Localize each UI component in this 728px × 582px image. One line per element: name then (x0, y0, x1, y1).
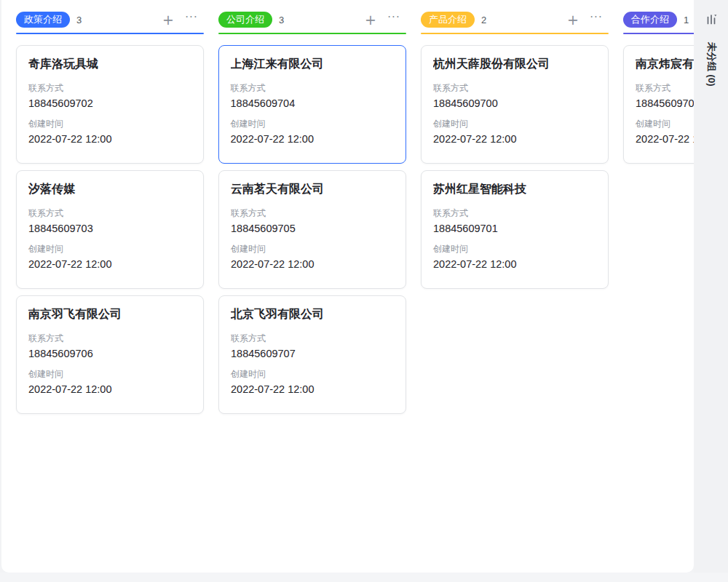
column-accent-line (421, 33, 609, 34)
field-label-contact: 联系方式 (28, 332, 191, 345)
field-value-contact: 18845609702 (28, 97, 191, 109)
card-title: 汐落传媒 (28, 182, 191, 197)
record-card[interactable]: 杭州天薛股份有限公司联系方式18845609700创建时间2022-07-22 … (421, 45, 609, 164)
record-card[interactable]: 苏州红星智能科技联系方式18845609701创建时间2022-07-22 12… (421, 170, 609, 289)
field-label-created: 创建时间 (433, 118, 596, 130)
group-bars-icon (705, 13, 718, 26)
kanban-column: 合作介绍1+···南京炜宸有限公司联系方式18845609708创建时间2022… (623, 10, 694, 420)
field-label-contact: 联系方式 (433, 207, 596, 220)
card-title: 杭州天薛股份有限公司 (433, 57, 596, 72)
field-value-created: 2022-07-22 12:00 (28, 383, 191, 395)
field-value-created: 2022-07-22 12:00 (636, 133, 694, 145)
field-value-contact: 18845609703 (28, 223, 191, 234)
record-card[interactable]: 上海江来有限公司联系方式18845609704创建时间2022-07-22 12… (218, 45, 406, 164)
record-card[interactable]: 奇库洛玩具城联系方式18845609702创建时间2022-07-22 12:0… (16, 45, 204, 164)
field-value-contact: 18845609707 (231, 348, 394, 359)
record-card[interactable]: 南京炜宸有限公司联系方式18845609708创建时间2022-07-22 12… (623, 45, 694, 164)
field-label-created: 创建时间 (231, 118, 395, 130)
column-header: 公司介绍3+··· (218, 10, 406, 29)
group-badge[interactable]: 公司介绍 (218, 12, 272, 28)
card-title: 苏州红星智能科技 (433, 182, 596, 197)
field-label-created: 创建时间 (636, 118, 694, 130)
field-label-created: 创建时间 (433, 243, 596, 255)
field-label-contact: 联系方式 (231, 332, 394, 345)
field-label-contact: 联系方式 (231, 82, 395, 95)
kanban-board: 政策介绍3+···奇库洛玩具城联系方式18845609702创建时间2022-0… (16, 10, 694, 420)
field-value-created: 2022-07-22 12:00 (433, 133, 596, 145)
card-title: 南京炜宸有限公司 (636, 57, 694, 72)
add-record-button[interactable]: + (363, 12, 379, 28)
kanban-column: 产品介绍2+···杭州天薛股份有限公司联系方式18845609700创建时间20… (421, 10, 609, 420)
field-value-contact: 18845609700 (433, 97, 596, 109)
record-card[interactable]: 北京飞羽有限公司联系方式18845609707创建时间2022-07-22 12… (218, 295, 406, 414)
add-record-button[interactable]: + (565, 12, 581, 28)
kanban-column: 政策介绍3+···奇库洛玩具城联系方式18845609702创建时间2022-0… (16, 10, 204, 420)
card-title: 云南茗天有限公司 (231, 182, 394, 197)
record-card[interactable]: 云南茗天有限公司联系方式18845609705创建时间2022-07-22 12… (218, 170, 406, 289)
kanban-column: 公司介绍3+···上海江来有限公司联系方式18845609704创建时间2022… (218, 10, 406, 420)
column-header-actions: +··· (160, 12, 199, 28)
card-title: 上海江来有限公司 (231, 57, 395, 72)
field-value-created: 2022-07-22 12:00 (28, 258, 191, 270)
field-value-created: 2022-07-22 12:00 (231, 383, 394, 395)
more-options-button[interactable]: ··· (588, 12, 604, 28)
kanban-panel: 政策介绍3+···奇库洛玩具城联系方式18845609702创建时间2022-0… (1, 0, 694, 573)
field-value-created: 2022-07-22 12:00 (28, 133, 191, 145)
column-accent-line (623, 33, 694, 34)
collapsed-group-label: 未分组 (0) (705, 42, 718, 87)
group-count: 3 (279, 15, 284, 25)
add-record-button[interactable]: + (160, 12, 176, 28)
collapsed-group-strip[interactable]: 未分组 (0) (694, 0, 728, 573)
field-value-contact: 18845609701 (433, 223, 596, 234)
field-value-contact: 18845609705 (231, 223, 394, 234)
card-title: 奇库洛玩具城 (28, 57, 191, 72)
column-header: 政策介绍3+··· (16, 10, 204, 29)
group-count: 1 (684, 15, 689, 25)
card-title: 南京羽飞有限公司 (28, 307, 191, 322)
field-value-contact: 18845609706 (28, 348, 191, 359)
column-header-actions: +··· (363, 12, 402, 28)
more-options-button[interactable]: ··· (183, 12, 199, 28)
field-label-contact: 联系方式 (28, 207, 191, 220)
horizontal-scrollbar-track[interactable] (0, 573, 728, 582)
column-header: 合作介绍1+··· (623, 10, 694, 29)
field-label-contact: 联系方式 (231, 207, 394, 220)
field-label-contact: 联系方式 (433, 82, 596, 95)
field-value-contact: 18845609708 (636, 97, 694, 109)
group-badge[interactable]: 政策介绍 (16, 12, 70, 28)
field-label-created: 创建时间 (231, 368, 394, 380)
record-card[interactable]: 南京羽飞有限公司联系方式18845609706创建时间2022-07-22 12… (16, 295, 204, 414)
field-label-created: 创建时间 (231, 243, 394, 255)
field-value-created: 2022-07-22 12:00 (231, 258, 394, 270)
record-card[interactable]: 汐落传媒联系方式18845609703创建时间2022-07-22 12:00 (16, 170, 204, 289)
more-options-button[interactable]: ··· (386, 12, 402, 28)
field-label-created: 创建时间 (28, 243, 191, 255)
group-count: 2 (481, 15, 486, 25)
group-count: 3 (76, 15, 82, 25)
field-label-contact: 联系方式 (636, 82, 694, 95)
column-accent-line (218, 33, 406, 34)
column-header-actions: +··· (565, 12, 604, 28)
field-label-contact: 联系方式 (28, 82, 191, 95)
card-title: 北京飞羽有限公司 (231, 307, 394, 322)
column-accent-line (16, 33, 204, 34)
field-value-contact: 18845609704 (231, 97, 395, 109)
group-badge[interactable]: 合作介绍 (623, 12, 677, 28)
field-value-created: 2022-07-22 12:00 (433, 258, 596, 270)
field-value-created: 2022-07-22 12:00 (231, 133, 395, 145)
field-label-created: 创建时间 (28, 118, 191, 130)
group-badge[interactable]: 产品介绍 (421, 12, 475, 28)
column-header: 产品介绍2+··· (421, 10, 609, 29)
field-label-created: 创建时间 (28, 368, 191, 380)
